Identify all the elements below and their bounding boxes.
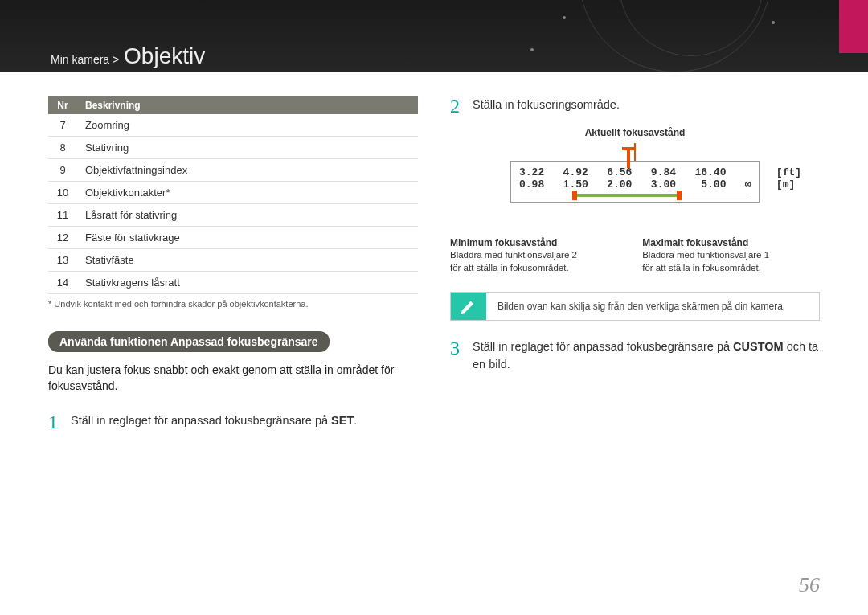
min-desc-2: för att ställa in fokusområdet.: [450, 262, 628, 275]
max-stop-icon: [677, 191, 682, 200]
decor-dot: [530, 48, 534, 51]
section-tab: [839, 0, 868, 53]
description-table: Nr Beskrivning 7Zoomring 8Stativring 9Ob…: [48, 96, 418, 294]
step-1: 1 Ställ in reglaget för anpassad fokusbe…: [48, 412, 418, 432]
max-desc-2: för att ställa in fokusområdet.: [642, 262, 820, 275]
diagram-captions: Minimum fokusavstånd Bläddra med funktio…: [450, 236, 820, 274]
th-beskrivning: Beskrivning: [77, 96, 418, 114]
diagram-current-label: Aktuellt fokusavstånd: [450, 127, 820, 138]
table-row: 9Objektivfattningsindex: [48, 159, 418, 182]
table-footnote: * Undvik kontakt med och förhindra skado…: [48, 299, 418, 309]
scale-row-ft: 3.22 4.92 6.56 9.84 16.40 [ft]: [519, 166, 751, 178]
table-row: 11Låsratt för stativring: [48, 204, 418, 227]
table-row: 14Stativkragens låsratt: [48, 272, 418, 294]
content: Nr Beskrivning 7Zoomring 8Stativring 9Ob…: [0, 72, 868, 432]
range-bar: [574, 194, 680, 197]
decor-dot: [563, 16, 566, 19]
page-title: Objektiv: [124, 43, 205, 68]
page-number: 56: [799, 573, 820, 597]
max-caption: Maximalt fokusavstånd Bläddra med funkti…: [642, 236, 820, 274]
step-text: Ställ in reglaget för anpassad fokusbegr…: [473, 338, 820, 374]
th-nr: Nr: [48, 96, 77, 114]
decor-dot: [772, 21, 775, 24]
min-desc-1: Bläddra med funktionsväljare 2: [450, 249, 628, 262]
min-stop-icon: [572, 191, 577, 200]
scale-row-m: 0.98 1.50 2.00 3.00 5.00 ∞ [m]: [519, 178, 751, 191]
step-3: 3 Ställ in reglaget för anpassad fokusbe…: [450, 338, 820, 374]
section-intro: Du kan justera fokus snabbt och exakt ge…: [48, 362, 418, 395]
breadcrumb: Min kamera > Objektiv: [51, 43, 205, 69]
table-row: 13Stativfäste: [48, 249, 418, 272]
step-2: 2 Ställa in fokuseringsområde.: [450, 96, 820, 116]
table-row: 7Zoomring: [48, 114, 418, 137]
table-row: 8Stativring: [48, 137, 418, 159]
focus-diagram: Aktuellt fokusavstånd 3.22 4.92 6.56 9.8…: [450, 127, 820, 274]
max-desc-1: Bläddra med funktionsväljare 1: [642, 249, 820, 262]
page-header: Min kamera > Objektiv: [0, 0, 868, 72]
current-indicator-icon: [624, 147, 633, 171]
max-title: Maximalt fokusavstånd: [642, 236, 820, 249]
section-heading: Använda funktionen Anpassad fokusbegräns…: [48, 331, 330, 352]
left-column: Nr Beskrivning 7Zoomring 8Stativring 9Ob…: [48, 96, 418, 432]
step-number: 1: [48, 412, 63, 432]
note-box: Bilden ovan kan skilja sig från den verk…: [450, 292, 820, 321]
note-pen-icon: [451, 293, 486, 320]
note-text: Bilden ovan kan skilja sig från den verk…: [486, 293, 796, 320]
step-text: Ställ in reglaget för anpassad fokusbegr…: [71, 412, 357, 432]
step-number: 2: [450, 96, 465, 116]
table-row: 10Objektivkontakter*: [48, 182, 418, 204]
step-number: 3: [450, 338, 465, 374]
step-text: Ställa in fokuseringsområde.: [473, 96, 620, 116]
min-caption: Minimum fokusavstånd Bläddra med funktio…: [450, 236, 628, 274]
diagram-leader-top: [634, 143, 636, 161]
table-row: 12Fäste för stativkrage: [48, 227, 418, 249]
right-column: 2 Ställa in fokuseringsområde. Aktuellt …: [450, 96, 820, 432]
breadcrumb-path: Min kamera >: [51, 53, 119, 66]
min-title: Minimum fokusavstånd: [450, 236, 628, 249]
focus-scale-box: 3.22 4.92 6.56 9.84 16.40 [ft] 0.98 1.50…: [510, 161, 760, 203]
